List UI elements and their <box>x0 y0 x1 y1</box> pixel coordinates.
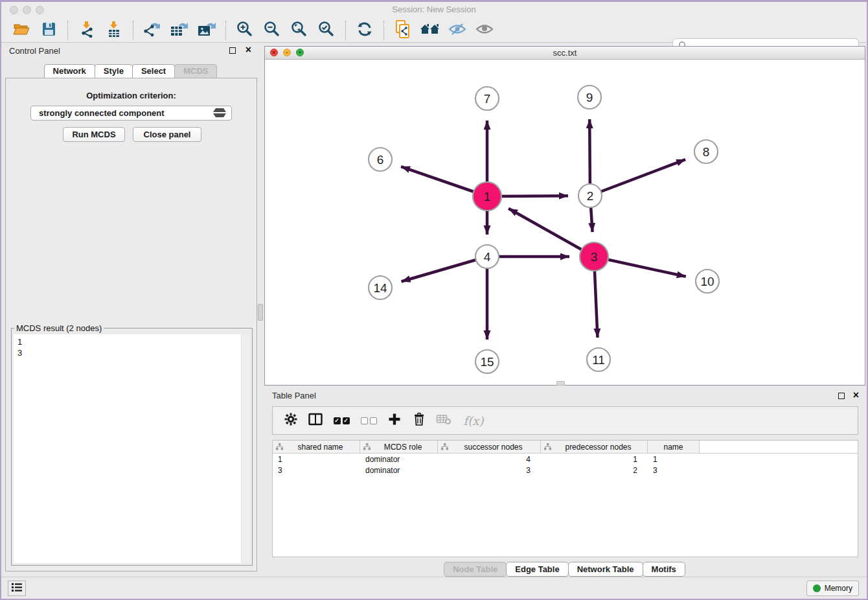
graph-edge-2-8[interactable] <box>590 159 685 196</box>
column-label: name <box>650 443 699 452</box>
table-cell[interactable]: dominator <box>360 466 438 475</box>
graph-node-3[interactable]: 3 <box>580 242 608 271</box>
run-mcds-button[interactable]: Run MCDS <box>63 127 125 142</box>
zoom-selected-button[interactable] <box>317 21 336 40</box>
export-table-button[interactable] <box>170 21 189 40</box>
result-scrollbar[interactable] <box>241 334 250 563</box>
zoom-fit-button[interactable] <box>290 21 309 40</box>
table-row[interactable]: 1dominator411 <box>273 454 858 465</box>
close-panel-icon[interactable]: × <box>246 47 251 53</box>
zoom-out-button[interactable] <box>262 21 282 40</box>
import-table-button[interactable] <box>104 21 124 40</box>
table-cell[interactable]: 3 <box>273 466 360 475</box>
column-label: predecessor nodes <box>552 443 647 452</box>
gear-icon <box>284 413 297 428</box>
column-header-successor-nodes[interactable]: successor nodes <box>438 441 541 453</box>
table-cell[interactable]: 3 <box>648 466 700 475</box>
open-session-button[interactable] <box>12 21 31 40</box>
table-cell[interactable]: 4 <box>438 455 541 464</box>
dropdown-stepper-icon <box>205 108 226 117</box>
memory-button[interactable]: Memory <box>806 581 859 596</box>
export-network-button[interactable] <box>143 21 162 40</box>
table-cell[interactable]: 3 <box>438 466 541 475</box>
delete-column-button[interactable] <box>410 411 428 430</box>
graph-node-7[interactable]: 7 <box>475 87 499 110</box>
tab-network-table[interactable]: Network Table <box>568 562 643 577</box>
column-header-mcds-role[interactable]: MCDS role <box>360 441 438 453</box>
criterion-dropdown[interactable]: strongly connected component <box>30 106 232 121</box>
node-label: 4 <box>484 250 491 264</box>
graph-node-9[interactable]: 9 <box>578 86 601 109</box>
node-table: shared nameMCDS rolesuccessor nodesprede… <box>272 440 858 557</box>
export-image-button[interactable] <box>197 21 216 40</box>
select-all-rows-button[interactable]: ✓✓ <box>331 411 352 430</box>
memory-label: Memory <box>825 584 852 593</box>
attribute-icon <box>363 441 371 453</box>
function-builder-button[interactable]: f(x) <box>459 411 488 430</box>
network-window-titlebar[interactable]: × − + scc.txt <box>265 47 865 60</box>
two-houses-icon <box>419 21 441 40</box>
table-cell[interactable]: 1 <box>541 455 648 464</box>
table-body: 1dominator4113dominator323 <box>273 454 858 476</box>
graph-node-1[interactable]: 1 <box>473 182 501 211</box>
network-canvas[interactable]: 7968124314101511 <box>265 60 865 385</box>
table-tabs: Node TableEdge TableNetwork TableMotifs <box>264 562 865 577</box>
close-table-panel-icon[interactable]: × <box>853 392 859 398</box>
network-splitter-grip[interactable] <box>556 381 565 386</box>
table-cell[interactable]: dominator <box>360 455 438 464</box>
mcds-result-text: 1 3 <box>17 336 250 358</box>
graph-node-14[interactable]: 14 <box>369 276 392 299</box>
table-cell[interactable]: 1 <box>648 455 700 464</box>
column-header-predecessor-nodes[interactable]: predecessor nodes <box>541 441 648 453</box>
graph-node-8[interactable]: 8 <box>694 140 718 163</box>
export-table-icon <box>170 21 189 40</box>
toolbar-separator <box>383 21 384 40</box>
graph-node-10[interactable]: 10 <box>696 270 719 293</box>
tab-mcds[interactable]: MCDS <box>174 64 217 78</box>
tab-motifs[interactable]: Motifs <box>643 562 685 577</box>
graph-node-15[interactable]: 15 <box>475 350 499 373</box>
column-header-name[interactable]: name <box>648 441 700 453</box>
task-history-button[interactable] <box>8 581 26 596</box>
float-panel-icon[interactable] <box>229 47 236 54</box>
show-all-button[interactable] <box>475 21 494 40</box>
import-network-icon <box>78 21 95 40</box>
refresh-button[interactable] <box>355 21 374 40</box>
graph-node-11[interactable]: 11 <box>587 348 610 371</box>
show-column-panel-button[interactable] <box>306 411 325 430</box>
graph-node-4[interactable]: 4 <box>475 245 499 268</box>
table-cell[interactable]: 1 <box>273 455 360 464</box>
tab-node-table[interactable]: Node Table <box>444 562 507 577</box>
clone-network-button[interactable] <box>393 21 413 40</box>
graph-edge-4-14[interactable] <box>402 257 487 282</box>
graph-node-2[interactable]: 2 <box>578 184 602 207</box>
deselect-all-rows-button[interactable] <box>358 411 379 430</box>
table-header-row: shared nameMCDS rolesuccessor nodesprede… <box>273 441 858 454</box>
tab-style[interactable]: Style <box>95 64 133 78</box>
table-row[interactable]: 3dominator323 <box>273 465 858 476</box>
tab-network[interactable]: Network <box>44 64 95 78</box>
float-table-panel-icon[interactable] <box>838 393 845 399</box>
hide-unhide-button[interactable] <box>448 21 467 40</box>
network-file-icon <box>394 19 412 41</box>
table-settings-button[interactable] <box>282 411 300 430</box>
import-network-button[interactable] <box>77 21 97 40</box>
table-cell[interactable]: 2 <box>541 466 648 475</box>
create-column-button[interactable] <box>385 411 404 430</box>
close-panel-button[interactable]: Close panel <box>133 127 201 142</box>
column-header-shared-name[interactable]: shared name <box>273 441 360 453</box>
tab-select[interactable]: Select <box>132 64 175 78</box>
mcds-result-area[interactable]: 1 3 <box>14 334 250 563</box>
open-folder-icon <box>13 21 30 40</box>
zoom-in-button[interactable] <box>235 21 255 40</box>
home-networks-button[interactable] <box>420 21 440 40</box>
zoom-selected-icon <box>317 20 336 41</box>
graph-node-6[interactable]: 6 <box>369 148 392 171</box>
control-panel-title: Control Panel <box>9 46 60 56</box>
fx-icon: f(x) <box>464 414 484 428</box>
panel-splitter-handle[interactable] <box>258 304 263 321</box>
export-network-icon <box>143 21 161 40</box>
save-session-button[interactable] <box>39 21 58 40</box>
delete-table-button[interactable] <box>435 411 453 430</box>
tab-edge-table[interactable]: Edge Table <box>506 562 568 577</box>
